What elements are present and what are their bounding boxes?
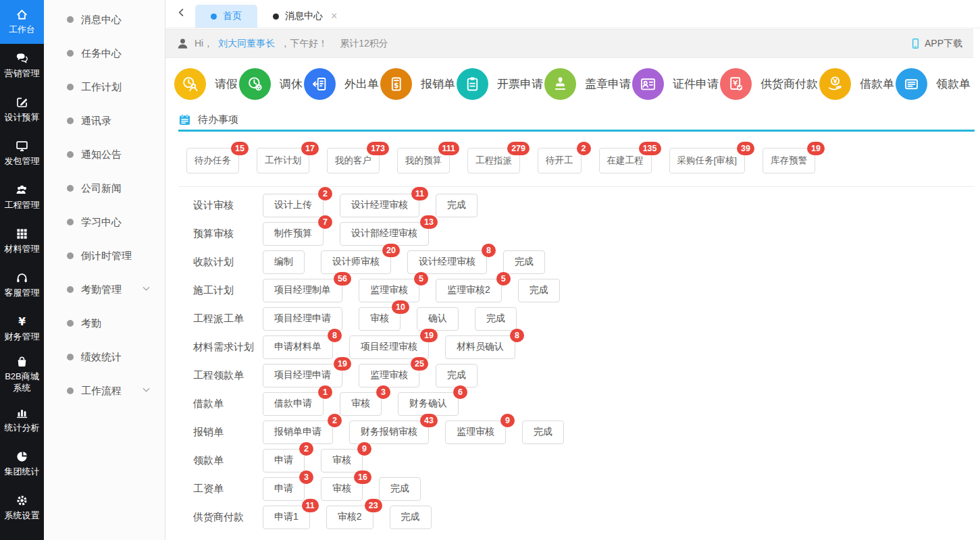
sidebar-item[interactable]: 营销管理: [0, 44, 44, 88]
workflow-step-button[interactable]: 审核16: [321, 477, 363, 501]
workflow-step-button[interactable]: 完成: [475, 307, 517, 331]
menu-item-label: 学习中心: [81, 216, 122, 229]
stat-button[interactable]: 待开工2: [538, 148, 582, 173]
quick-action[interactable]: $报销单: [380, 68, 455, 100]
quick-action[interactable]: 盖章申请: [544, 68, 631, 100]
quick-action[interactable]: 证件申请: [632, 68, 719, 100]
workflow-step-button[interactable]: 确认: [417, 307, 459, 331]
quick-action[interactable]: 借款单: [819, 68, 894, 100]
tab-active[interactable]: 首页: [195, 5, 257, 28]
menu-item[interactable]: 绩效统计: [44, 340, 165, 374]
workflow-step-button[interactable]: 借款申请1: [263, 392, 324, 416]
workflow-step-button[interactable]: 设计上传2: [263, 194, 324, 217]
menu-item[interactable]: 工作流程: [44, 374, 165, 408]
stat-button[interactable]: 我的客户173: [327, 148, 380, 173]
sidebar-item[interactable]: 集团统计: [0, 442, 44, 486]
workflow-step-button[interactable]: 申请3: [263, 477, 305, 501]
count-badge: 17: [301, 142, 319, 155]
stat-button[interactable]: 工作计划17: [257, 148, 309, 173]
back-button[interactable]: [172, 5, 190, 23]
workflow-step-button[interactable]: 申请111: [263, 506, 310, 529]
workflow-step-button[interactable]: 设计经理审核8: [407, 250, 487, 274]
sidebar-item[interactable]: 工程管理: [0, 176, 44, 219]
count-badge: 7: [318, 215, 332, 229]
workflow-step-button[interactable]: 财务报销审核43: [349, 421, 429, 444]
count-badge: 6: [453, 385, 467, 399]
stat-button[interactable]: 采购任务[审核]39: [669, 148, 746, 173]
quick-action[interactable]: 请假: [174, 68, 238, 100]
workflow-step-button[interactable]: 监理审核5: [359, 279, 419, 302]
bullet-icon: [67, 185, 74, 192]
quick-action[interactable]: 调休: [239, 68, 303, 100]
menu-item[interactable]: 消息中心: [44, 3, 165, 36]
quick-action[interactable]: 外出单: [304, 68, 379, 100]
menu-item[interactable]: 通知公告: [44, 138, 165, 171]
workflow-step-button[interactable]: 报销单申请2: [263, 421, 333, 444]
close-icon[interactable]: ×: [331, 11, 337, 22]
sidebar-item[interactable]: 客服管理: [0, 263, 44, 307]
stat-button[interactable]: 工程指派279: [467, 148, 520, 173]
workflow-step-button[interactable]: 完成: [503, 250, 545, 274]
workflow-step-button[interactable]: 监理审核9: [445, 421, 506, 444]
app-download-link[interactable]: APP下载: [910, 38, 962, 50]
stat-button[interactable]: 库存预警19: [763, 148, 815, 173]
menu-item[interactable]: 考勤管理: [44, 273, 165, 306]
workflow-step-button[interactable]: 监理审核25: [436, 279, 502, 302]
sidebar-item[interactable]: 系统设置: [0, 486, 44, 530]
sidebar-item[interactable]: 统计分析: [0, 398, 44, 442]
count-badge: 10: [392, 300, 409, 314]
workflow-step-button[interactable]: 申请材料单8: [263, 335, 333, 359]
workflow-step-button[interactable]: 项目经理审核19: [349, 335, 429, 359]
menu-item[interactable]: 任务中心: [44, 36, 165, 70]
workflow-step-button[interactable]: 完成: [390, 506, 432, 529]
workflow-step-button[interactable]: 材料员确认8: [445, 335, 515, 359]
workflow-step-button[interactable]: 项目经理申请19: [263, 364, 342, 387]
quick-action[interactable]: 领款单: [896, 68, 971, 100]
rest-icon: [246, 75, 264, 93]
menu-item[interactable]: 公司新闻: [44, 171, 165, 205]
sidebar-item[interactable]: B2B商城系统: [0, 351, 44, 398]
workflow-step-button[interactable]: 制作预算7: [263, 222, 324, 246]
workflow-step-button[interactable]: 项目经理制单56: [263, 279, 342, 302]
workflow-step-button[interactable]: 监理审核25: [359, 364, 419, 387]
workflow-step-button[interactable]: 编制: [263, 250, 305, 274]
stat-button[interactable]: 我的预算111: [397, 148, 450, 173]
stamp-icon: [551, 75, 569, 93]
sidebar-item[interactable]: 设计预算: [0, 88, 44, 132]
stat-button[interactable]: 在建工程135: [599, 148, 652, 173]
quick-actions-row: 请假调休外出单$报销单开票申请盖章申请证件申请供货商付款借款单领款单: [165, 59, 980, 109]
tab-inactive[interactable]: 消息中心×: [257, 5, 353, 28]
workflow-step-button[interactable]: 审核3: [340, 392, 382, 416]
quick-action[interactable]: 供货商付款: [720, 68, 818, 100]
menu-item[interactable]: 通讯录: [44, 104, 165, 138]
menu-item[interactable]: 倒计时管理: [44, 239, 165, 273]
workflow-step-button[interactable]: 完成: [436, 194, 478, 217]
sidebar-item[interactable]: 材料管理: [0, 219, 44, 263]
workflow-step-button[interactable]: 完成: [379, 477, 421, 501]
workflow-step-button[interactable]: 完成: [436, 364, 478, 387]
workflow-step-button[interactable]: 完成: [522, 421, 564, 444]
workflow-step-button[interactable]: 设计经理审核11: [340, 194, 419, 217]
count-badge: 19: [420, 329, 438, 342]
workflow-step-button[interactable]: 审核9: [321, 449, 363, 473]
loan-icon: [826, 75, 844, 93]
sidebar-item[interactable]: ¥财务管理: [0, 307, 44, 351]
sidebar-item[interactable]: 发包管理: [0, 132, 44, 176]
workflow-step-button[interactable]: 审核10: [359, 307, 401, 331]
workflow-row: 供货商付款申请111审核223完成: [193, 503, 975, 531]
count-badge: 43: [420, 414, 438, 427]
menu-item[interactable]: 学习中心: [44, 205, 165, 239]
quick-action[interactable]: 开票申请: [457, 68, 543, 100]
stat-button[interactable]: 待办任务15: [186, 148, 239, 173]
workflow-step-button[interactable]: 设计部经理审核13: [340, 222, 429, 246]
sidebar-item[interactable]: 工作台: [0, 0, 44, 44]
workflow-step-button[interactable]: 审核223: [326, 506, 373, 529]
workflow-step-button[interactable]: 完成: [518, 279, 560, 302]
user-name-link[interactable]: 刘大同董事长: [218, 38, 275, 50]
workflow-step-button[interactable]: 设计师审核20: [321, 250, 391, 274]
workflow-step-button[interactable]: 财务确认6: [398, 392, 459, 416]
workflow-step-button[interactable]: 申请2: [263, 449, 305, 473]
menu-item[interactable]: 考勤: [44, 306, 165, 340]
menu-item[interactable]: 工作计划: [44, 70, 165, 104]
workflow-step-button[interactable]: 项目经理申请: [263, 307, 342, 331]
